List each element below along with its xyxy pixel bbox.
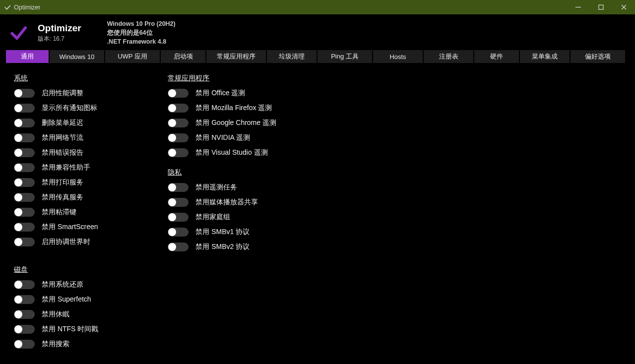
label-office-telemetry: 禁用 Office 遥测 bbox=[195, 89, 245, 98]
toggle-knob bbox=[14, 296, 22, 303]
app-version: 版本: 16.7 bbox=[38, 35, 81, 43]
toggle-vs-telemetry[interactable] bbox=[168, 148, 189, 157]
label-net-throttle: 禁用网络节流 bbox=[42, 133, 83, 142]
maximize-icon bbox=[598, 4, 604, 10]
label-fax-service: 禁用传真服务 bbox=[42, 193, 83, 202]
tab-ping[interactable]: Ping 工具 bbox=[318, 50, 372, 63]
row-superfetch: 禁用 Superfetch bbox=[14, 295, 98, 304]
toggle-perf-tweaks[interactable] bbox=[14, 89, 35, 98]
toggle-smbv1[interactable] bbox=[168, 228, 189, 237]
section-title-privacy: 隐私 bbox=[168, 168, 276, 177]
toggle-compat-assist[interactable] bbox=[14, 163, 35, 172]
toggle-net-throttle[interactable] bbox=[14, 133, 35, 142]
label-utc: 启用协调世界时 bbox=[42, 238, 90, 246]
label-nvidia-telemetry: 禁用 NVIDIA 遥测 bbox=[195, 133, 250, 142]
content-area: 系统 启用性能调整 显示所有通知图标 删除菜单延迟 禁用网络节流 禁用错误报告 … bbox=[0, 63, 635, 364]
toggle-smartscreen[interactable] bbox=[14, 223, 35, 232]
toggle-knob bbox=[14, 325, 22, 333]
toggle-sticky-keys[interactable] bbox=[14, 208, 35, 217]
label-error-report: 禁用错误报告 bbox=[42, 148, 83, 157]
tab-hosts[interactable]: Hosts bbox=[373, 50, 423, 63]
toggle-knob bbox=[168, 213, 176, 221]
system-info: Windows 10 Pro (20H2) 您使用的是64位 .NET Fram… bbox=[107, 19, 176, 46]
toggle-superfetch[interactable] bbox=[14, 295, 35, 304]
right-column: 常规应用程序 禁用 Office 遥测 禁用 Mozilla Firefox 遥… bbox=[168, 74, 276, 355]
window-title: Optimizer bbox=[14, 4, 40, 11]
tab-registry[interactable]: 注册表 bbox=[424, 50, 473, 63]
toggle-knob bbox=[14, 119, 22, 127]
row-sticky-keys: 禁用粘滞键 bbox=[14, 208, 98, 217]
row-compat-assist: 禁用兼容性助手 bbox=[14, 163, 98, 172]
toggle-fax-service[interactable] bbox=[14, 193, 35, 202]
label-sticky-keys: 禁用粘滞键 bbox=[42, 208, 76, 217]
toggle-chrome-telemetry[interactable] bbox=[168, 119, 189, 127]
app-header: Optimizer 版本: 16.7 Windows 10 Pro (20H2)… bbox=[0, 14, 635, 50]
label-compat-assist: 禁用兼容性助手 bbox=[42, 163, 90, 172]
toggle-knob bbox=[14, 340, 22, 348]
toggle-error-report[interactable] bbox=[14, 148, 35, 157]
row-net-throttle: 禁用网络节流 bbox=[14, 133, 98, 142]
label-show-tray-icons: 显示所有通知图标 bbox=[42, 104, 97, 113]
row-media-sharing: 禁用媒体播放器共享 bbox=[168, 198, 276, 207]
tab-preferences[interactable]: 偏好选项 bbox=[571, 50, 625, 63]
label-telemetry-tasks: 禁用遥测任务 bbox=[195, 183, 237, 192]
section-title-apps: 常规应用程序 bbox=[168, 74, 276, 83]
row-nvidia-telemetry: 禁用 NVIDIA 遥测 bbox=[168, 133, 276, 142]
titlebar-left: Optimizer bbox=[4, 4, 40, 11]
toggle-knob bbox=[14, 164, 22, 172]
maximize-button[interactable] bbox=[589, 0, 612, 14]
toggle-telemetry-tasks[interactable] bbox=[168, 183, 189, 192]
window-titlebar: Optimizer bbox=[0, 0, 635, 14]
toggle-print-service[interactable] bbox=[14, 178, 35, 187]
toggle-system-restore[interactable] bbox=[14, 280, 35, 289]
toggle-media-sharing[interactable] bbox=[168, 198, 189, 207]
tab-general[interactable]: 通用 bbox=[6, 50, 49, 63]
row-smbv1: 禁用 SMBv1 协议 bbox=[168, 228, 276, 237]
section-title-system: 系统 bbox=[14, 74, 98, 83]
label-chrome-telemetry: 禁用 Google Chrome 遥测 bbox=[195, 119, 276, 127]
arch-line: 您使用的是64位 bbox=[107, 28, 176, 37]
tab-startup[interactable]: 启动项 bbox=[161, 50, 205, 63]
toggle-show-tray-icons[interactable] bbox=[14, 104, 35, 113]
close-button[interactable] bbox=[612, 0, 635, 14]
minimize-icon bbox=[575, 4, 581, 10]
row-print-service: 禁用打印服务 bbox=[14, 178, 98, 187]
label-vs-telemetry: 禁用 Visual Studio 遥测 bbox=[195, 148, 267, 157]
row-utc: 启用协调世界时 bbox=[14, 238, 98, 246]
tab-cleanup[interactable]: 垃圾清理 bbox=[267, 50, 317, 63]
toggle-nvidia-telemetry[interactable] bbox=[168, 133, 189, 142]
tab-windows10[interactable]: Windows 10 bbox=[50, 50, 104, 63]
tab-common-apps[interactable]: 常规应用程序 bbox=[206, 50, 266, 63]
toggle-hibernate[interactable] bbox=[14, 310, 35, 319]
row-system-restore: 禁用系统还原 bbox=[14, 280, 98, 289]
window-controls bbox=[567, 0, 635, 14]
tab-menu-integration[interactable]: 菜单集成 bbox=[520, 50, 570, 63]
row-smbv2: 禁用 SMBv2 协议 bbox=[168, 243, 276, 251]
label-menu-delay: 删除菜单延迟 bbox=[42, 119, 83, 127]
tab-hardware[interactable]: 硬件 bbox=[474, 50, 519, 63]
toggle-search[interactable] bbox=[14, 340, 35, 349]
toggle-menu-delay[interactable] bbox=[14, 119, 35, 127]
app-check-icon bbox=[4, 4, 11, 11]
toggle-knob bbox=[14, 310, 22, 318]
toggle-office-telemetry[interactable] bbox=[168, 89, 189, 98]
toggle-knob bbox=[14, 238, 22, 246]
label-smbv1: 禁用 SMBv1 协议 bbox=[195, 228, 250, 237]
toggle-knob bbox=[168, 134, 176, 142]
toggle-ntfs-timestamp[interactable] bbox=[14, 325, 35, 334]
toggle-firefox-telemetry[interactable] bbox=[168, 104, 189, 113]
row-error-report: 禁用错误报告 bbox=[14, 148, 98, 157]
os-line: Windows 10 Pro (20H2) bbox=[107, 19, 176, 28]
framework-line: .NET Framework 4.8 bbox=[107, 37, 176, 46]
label-print-service: 禁用打印服务 bbox=[42, 178, 83, 187]
toggle-utc[interactable] bbox=[14, 238, 35, 246]
row-office-telemetry: 禁用 Office 遥测 bbox=[168, 89, 276, 98]
minimize-button[interactable] bbox=[567, 0, 589, 14]
label-ntfs-timestamp: 禁用 NTFS 时间戳 bbox=[42, 325, 98, 334]
toggle-homegroup[interactable] bbox=[168, 213, 189, 222]
toggle-knob bbox=[14, 89, 22, 97]
app-logo-icon bbox=[10, 24, 27, 41]
row-chrome-telemetry: 禁用 Google Chrome 遥测 bbox=[168, 119, 276, 127]
tab-uwp[interactable]: UWP 应用 bbox=[105, 50, 160, 63]
toggle-smbv2[interactable] bbox=[168, 243, 189, 251]
